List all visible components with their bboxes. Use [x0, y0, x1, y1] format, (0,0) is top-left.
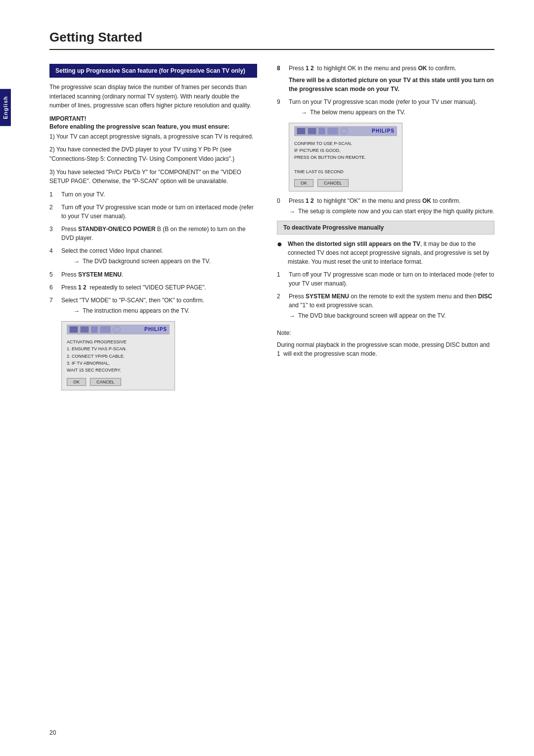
screen-icon-c — [318, 128, 325, 135]
content-columns: Setting up Progressive Scan feature (for… — [49, 64, 494, 395]
step-text: Press SYSTEM MENU on the remote to exit … — [289, 292, 494, 321]
screen-line: PRESS OK BUTTON ON REMOTE. — [294, 154, 397, 161]
step-4: 4 Select the correct Video Input channel… — [49, 246, 257, 267]
step-num: 2 — [277, 292, 285, 301]
screen-icon-4 — [100, 326, 111, 333]
step-text: Select the correct Video Input channel. … — [61, 246, 257, 267]
step-text: Turn off your TV progressive scan mode o… — [289, 270, 494, 288]
screen-cancel-btn-2: CANCEL — [317, 179, 349, 187]
page-container: English Getting Started Setting up Progr… — [0, 0, 534, 756]
step-note: The below menu appears on the TV. — [310, 108, 405, 118]
step-num: 1 — [49, 190, 57, 199]
step-1: 1 Turn on your TV. — [49, 190, 257, 199]
right-column: 8 Press 1 2 to highlight OK in the menu … — [277, 64, 494, 395]
note-text: During normal playback in the progressiv… — [277, 340, 494, 359]
screen-ok-btn: OK — [67, 378, 86, 386]
screen-icon-a — [297, 128, 306, 135]
step-7: 7 Select "TV MODE" to "P-SCAN", then "OK… — [49, 296, 257, 316]
arrow-icon: → — [73, 306, 80, 316]
step-note: The DVD background screen appears on the… — [83, 257, 211, 267]
requirement-2: 2) You have connected the DVD player to … — [49, 145, 257, 163]
requirement-3: 3) You have selected "Pr/Cr Pb/Cb Y" for… — [49, 168, 257, 186]
screen-icon-b — [308, 128, 316, 135]
requirement-1: 1) Your TV can accept progressive signal… — [49, 132, 257, 142]
step-text: Press 1 2 to highlight "OK" in the menu … — [289, 196, 494, 217]
screen-topbar-2: PHILIPS — [294, 126, 397, 136]
important-subheading: Before enabling the progressive scan fea… — [49, 123, 257, 130]
step-num: 4 — [49, 246, 57, 255]
step-6: 6 Press 1 2 repeatedly to select "VIDEO … — [49, 283, 257, 292]
step-text: Press 1 2 to highlight OK in the menu an… — [289, 64, 494, 94]
deactivate-step-2: 2 Press SYSTEM MENU on the remote to exi… — [277, 292, 494, 321]
step-note: The instruction menu appears on the TV. — [83, 306, 189, 316]
screen-line: IF PICTURE IS GOOD, — [294, 147, 397, 154]
screen-line: 3. IF TV ABNORMAL, — [67, 360, 170, 367]
philips-logo: PHILIPS — [144, 327, 167, 332]
step-note: The setup is complete now and you can st… — [298, 207, 494, 217]
screen-buttons-2: OK CANCEL — [294, 179, 397, 187]
step-num: 8 — [277, 64, 285, 73]
screen-line: ACTIVATING PROGRESSIVE — [67, 338, 170, 345]
intro-text: The progressive scan display twice the n… — [49, 83, 257, 110]
arrow-icon: → — [301, 108, 307, 118]
step-num: 0 — [277, 196, 285, 205]
step-num: 5 — [49, 270, 57, 279]
important-label: IMPORTANT! — [49, 115, 257, 122]
note-title: Note: — [277, 329, 494, 338]
step-9: 9 Turn on your TV progressive scan mode … — [277, 97, 494, 118]
step-text: Turn off your TV progressive scan mode o… — [61, 203, 257, 221]
deactivate-step-1: 1 Turn off your TV progressive scan mode… — [277, 270, 494, 288]
step-num: 6 — [49, 283, 57, 292]
arrow-icon: → — [73, 257, 80, 267]
step-text: Select "TV MODE" to "P-SCAN", then "OK" … — [61, 296, 257, 316]
step-note: The DVD blue background screen will appe… — [298, 311, 446, 321]
step-text: Press 1 2 repeatedly to select "VIDEO SE… — [61, 283, 257, 292]
screen-topbar: PHILIPS — [67, 325, 170, 334]
screen-line: TIME LAST 01 SECOND — [294, 168, 397, 175]
screen-icon-2 — [80, 326, 89, 333]
screen-line — [294, 161, 397, 168]
screen-icon-3 — [91, 326, 98, 333]
step-num: 1 — [277, 270, 285, 279]
bullet-text: When the distorted sign still appears on… — [288, 239, 494, 266]
screen-cancel-btn: CANCEL — [90, 378, 121, 386]
page-title: Getting Started — [49, 30, 494, 50]
step-text: Turn on your TV progressive scan mode (r… — [289, 97, 494, 118]
screen-display-2: PHILIPS CONFIRM TO USE P-SCAN, IF PICTUR… — [289, 123, 402, 192]
step-text: Press SYSTEM MENU. — [61, 270, 257, 279]
screen-icon-d — [327, 128, 338, 135]
screen-display-1: PHILIPS ACTIVATING PROGRESSIVE 1. ENSURE… — [61, 321, 175, 390]
step-2: 2 Turn off your TV progressive scan mode… — [49, 203, 257, 221]
screen-line: CONFIRM TO USE P-SCAN, — [294, 140, 397, 147]
left-column: Setting up Progressive Scan feature (for… — [49, 64, 257, 395]
note-section: Note: During normal playback in the prog… — [277, 329, 494, 358]
step-text: Press STANDBY-ON/ECO POWER B (B on the r… — [61, 225, 257, 242]
screen-content-2: CONFIRM TO USE P-SCAN, IF PICTURE IS GOO… — [294, 139, 397, 177]
bullet-dot: ● — [277, 239, 284, 248]
left-section-header: Setting up Progressive Scan feature (for… — [49, 64, 257, 78]
screen-content-1: ACTIVATING PROGRESSIVE 1. ENSURE TV HAS … — [67, 337, 170, 375]
step-num: 2 — [49, 203, 57, 212]
bullet-item: ● When the distorted sign still appears … — [277, 239, 494, 266]
page-number: 20 — [49, 729, 56, 736]
screen-icon-5 — [113, 326, 121, 333]
screen-line: 1. ENSURE TV HAS P-SCAN. — [67, 345, 170, 352]
step-num: 9 — [277, 97, 285, 106]
screen-line: WAIT 15 SEC RECOVERY. — [67, 367, 170, 374]
step-3: 3 Press STANDBY-ON/ECO POWER B (B on the… — [49, 225, 257, 242]
screen-icon-1 — [69, 326, 78, 333]
deactivate-header: To deactivate Progressive manually — [277, 221, 494, 235]
arrow-icon: → — [289, 311, 295, 321]
step-8: 8 Press 1 2 to highlight OK in the menu … — [277, 64, 494, 94]
philips-logo-2: PHILIPS — [372, 128, 395, 134]
screen-icon-e — [340, 128, 348, 135]
step-num: 3 — [49, 225, 57, 234]
screen-line: 2. CONNECT YPrPb CABLE. — [67, 353, 170, 360]
step-num: 7 — [49, 296, 57, 305]
screen-buttons: OK CANCEL — [67, 378, 170, 386]
step-text: Turn on your TV. — [61, 190, 257, 199]
step-0: 0 Press 1 2 to highlight "OK" in the men… — [277, 196, 494, 217]
screen-ok-btn-2: OK — [294, 179, 313, 187]
arrow-icon: → — [289, 207, 295, 217]
language-tab: English — [0, 89, 11, 126]
